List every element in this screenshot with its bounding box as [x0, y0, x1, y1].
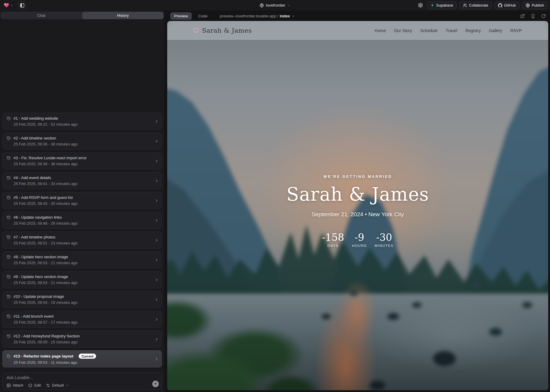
history-item-timestamp: 25 Feb 2025, 08:22 - 52 minutes ago	[14, 122, 153, 127]
history-item-title: #6 - Update navigation links	[14, 215, 62, 220]
site-nav-link[interactable]: Registry	[465, 28, 481, 33]
tab-preview[interactable]: Preview	[170, 12, 192, 20]
current-badge: Current	[79, 354, 96, 359]
site-nav-link[interactable]: Travel	[446, 28, 457, 33]
smartphone-icon	[531, 14, 535, 18]
history-item-title: #5 - Add RSVP form and guest list	[14, 195, 73, 200]
history-item[interactable]: #6 - Update navigation links 25 Feb 2025…	[2, 212, 162, 229]
tab-code[interactable]: Code	[194, 12, 211, 20]
history-item-timestamp: 25 Feb 2025, 08:41 - 33 minutes ago	[14, 181, 153, 186]
history-item[interactable]: #11 - Add brunch event 25 Feb 2025, 08:5…	[2, 311, 162, 328]
history-item-timestamp: 25 Feb 2025, 08:53 - 21 minutes ago	[14, 261, 153, 265]
tab-history[interactable]: History	[82, 12, 164, 19]
history-item-title: #10 - Update proposal image	[14, 294, 64, 299]
history-icon	[7, 354, 11, 358]
history-item[interactable]: #1 - Add wedding website 25 Feb 2025, 08…	[2, 113, 162, 130]
chevron-down-icon	[292, 14, 295, 18]
history-item-title: #4 - Add event details	[14, 175, 51, 180]
supabase-button[interactable]: Supabase	[427, 1, 457, 9]
supabase-label: Supabase	[436, 3, 453, 7]
history-item-timestamp: 25 Feb 2025, 08:53 - 21 minutes ago	[14, 280, 153, 285]
mobile-view-button[interactable]	[530, 13, 536, 19]
open-in-new-tab-button[interactable]	[520, 13, 525, 19]
site-logo-text: Sarah & James	[202, 27, 252, 34]
send-button[interactable]	[152, 381, 159, 387]
history-item[interactable]: #10 - Update proposal image 25 Feb 2025,…	[2, 291, 162, 308]
sidebar-toggle-button[interactable]	[18, 1, 26, 9]
globe-icon	[260, 3, 264, 7]
edit-button[interactable]: Edit	[28, 383, 41, 388]
project-switcher[interactable]: lovefrontier	[260, 0, 290, 10]
preview-url[interactable]: preview--lovefrontier.lovable.app / inde…	[220, 14, 295, 18]
panel-tabs: Chat History	[1, 12, 164, 19]
site-nav-link[interactable]: Schedule	[420, 28, 437, 33]
history-item[interactable]: #12 - Add Honeyfund Registry Section 25 …	[2, 331, 162, 348]
history-icon	[7, 116, 11, 121]
chevron-right-icon	[155, 298, 159, 302]
preview-url-page: index	[280, 14, 290, 18]
history-item[interactable]: #13 - Refactor index page layout Current…	[2, 350, 162, 367]
tab-chat[interactable]: Chat	[1, 12, 82, 19]
preview-toolbar: Preview Code preview--lovefrontier.lovab…	[167, 11, 548, 20]
history-item-title: #9 - Update hero section image	[14, 274, 68, 279]
site-nav-link[interactable]: RSVP	[510, 28, 522, 33]
history-icon	[7, 196, 11, 200]
history-item-timestamp: 25 Feb 2025, 08:54 - 19 minutes ago	[14, 300, 153, 305]
history-icon	[7, 156, 11, 160]
refresh-icon	[541, 14, 546, 18]
mode-select[interactable]: Default	[46, 383, 69, 388]
history-item-timestamp: 25 Feb 2025, 08:57 - 17 minutes ago	[14, 320, 153, 325]
attach-button[interactable]: Attach	[7, 383, 23, 388]
settings-button[interactable]	[417, 1, 424, 9]
history-item-timestamp: 25 Feb 2025, 08:51 - 23 minutes ago	[14, 241, 153, 245]
history-item-title: #11 - Add brunch event	[14, 314, 53, 319]
history-icon	[7, 176, 11, 180]
history-item-title: #13 - Refactor index page layout	[14, 354, 73, 358]
history-icon	[7, 275, 11, 279]
history-item[interactable]: #9 - Update hero section image 25 Feb 20…	[2, 271, 162, 288]
chat-history-panel: Chat History #1 - Add wedding website 25…	[0, 10, 164, 392]
history-icon	[7, 334, 11, 338]
app-top-bar: lovefrontier Supabase Collaborate	[0, 0, 550, 10]
collaborate-button[interactable]: Collaborate	[459, 1, 492, 9]
site-header: Sarah & James HomeOur StoryScheduleTrave…	[167, 21, 548, 40]
history-item-timestamp: 25 Feb 2025, 08:59 - 15 minutes ago	[14, 340, 153, 344]
github-button[interactable]: GitHub	[494, 1, 519, 9]
history-item-timestamp: 25 Feb 2025, 08:43 - 30 minutes ago	[14, 201, 153, 206]
prompt-input[interactable]	[7, 375, 150, 380]
chevron-right-icon	[155, 258, 159, 262]
site-nav-link[interactable]: Home	[375, 28, 386, 33]
history-item[interactable]: #8 - Update hero section image 25 Feb 20…	[2, 251, 162, 268]
history-item-timestamp: 25 Feb 2025, 08:48 - 26 minutes ago	[14, 221, 153, 226]
history-item-title: #2 - Add timeline section	[14, 136, 56, 140]
hero-eyebrow: WE'RE GETTING MARRIED	[167, 175, 548, 179]
publish-button[interactable]: Publish	[522, 1, 548, 9]
history-item[interactable]: #7 - Add timeline photos 25 Feb 2025, 08…	[2, 232, 162, 249]
chevron-right-icon	[155, 337, 159, 341]
history-item[interactable]: #4 - Add event details 25 Feb 2025, 08:4…	[2, 172, 162, 189]
history-item[interactable]: #5 - Add RSVP form and guest list 25 Feb…	[2, 192, 162, 209]
chevron-down-icon	[287, 4, 290, 7]
history-item[interactable]: #2 - Add timeline section 25 Feb 2025, 0…	[2, 133, 162, 150]
edit-label: Edit	[34, 383, 41, 388]
globe-icon	[526, 3, 530, 7]
site-nav-link[interactable]: Gallery	[489, 28, 502, 33]
site-nav-link[interactable]: Our Story	[394, 28, 412, 33]
chevron-right-icon	[155, 238, 159, 242]
chevron-right-icon	[155, 357, 159, 361]
history-item-timestamp: 25 Feb 2025, 08:36 - 38 minutes ago	[14, 142, 153, 146]
gear-icon	[418, 3, 423, 8]
site-logo[interactable]: Sarah & James	[193, 27, 252, 34]
site-nav: HomeOur StoryScheduleTravelRegistryGalle…	[375, 28, 522, 33]
panel-left-icon	[20, 3, 25, 8]
chevron-right-icon	[155, 139, 159, 143]
chevron-right-icon	[155, 159, 159, 163]
refresh-button[interactable]	[541, 13, 546, 19]
image-icon	[7, 383, 11, 388]
preview-iframe: Sarah & James HomeOur StoryScheduleTrave…	[167, 21, 548, 390]
lovable-logo-menu[interactable]	[4, 2, 13, 8]
users-icon	[463, 3, 467, 7]
hero-title: Sarah & James	[167, 184, 548, 205]
history-item-title: #7 - Add timeline photos	[14, 235, 55, 239]
history-item[interactable]: #3 - Fix: Resolve Lucide-react import er…	[2, 152, 162, 169]
